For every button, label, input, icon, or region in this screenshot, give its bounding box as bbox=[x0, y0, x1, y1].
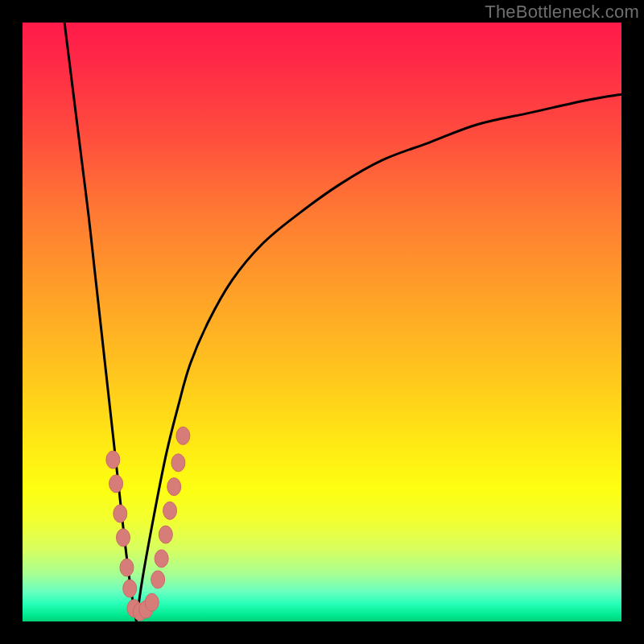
bead-marker bbox=[109, 475, 123, 493]
bead-marker bbox=[171, 454, 185, 472]
plot-area bbox=[23, 23, 621, 621]
bead-marker bbox=[163, 502, 177, 519]
bead-marker bbox=[114, 505, 127, 522]
curve-right_branch bbox=[136, 94, 621, 621]
bead-marker bbox=[116, 529, 130, 547]
bottleneck-curve bbox=[23, 23, 621, 621]
bead-marker bbox=[159, 526, 172, 543]
bead-marker bbox=[176, 427, 190, 444]
bead-marker bbox=[155, 550, 168, 568]
bead-marker bbox=[106, 451, 120, 469]
bead-marker bbox=[167, 478, 181, 496]
chart-frame: TheBottleneck.com bbox=[0, 0, 644, 644]
bead-marker bbox=[123, 580, 137, 597]
bead-marker bbox=[120, 559, 134, 576]
watermark-text: TheBottleneck.com bbox=[485, 2, 639, 23]
bead-marker bbox=[151, 571, 165, 588]
bead-marker bbox=[145, 593, 159, 611]
